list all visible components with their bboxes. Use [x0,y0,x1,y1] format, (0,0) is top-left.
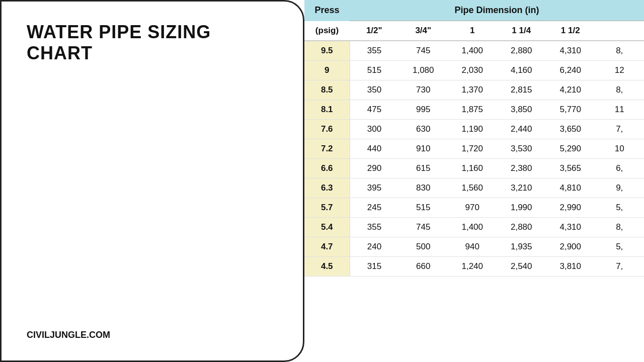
value-cell: 5,770 [546,100,595,120]
value-cell: 830 [399,178,448,198]
press-cell: 7.2 [304,139,350,159]
table-row: 8.14759951,8753,8505,77011 [304,100,644,120]
table-row: 5.72455159701,9902,9905, [304,198,644,218]
value-cell: 970 [448,198,497,218]
table-row: 7.63006301,1902,4403,6507, [304,120,644,139]
value-cell: 9, [595,178,645,198]
press-cell: 8.1 [304,100,350,120]
table-row: 4.53156601,2402,5403,8107, [304,257,644,277]
table-row: 4.72405009401,9352,9005, [304,237,644,257]
press-header: Press [304,0,350,21]
value-cell: 6,240 [546,61,595,80]
table-row: 9.53557451,4002,8804,3108, [304,41,644,61]
col-3q-header: 3/4" [399,21,448,41]
value-cell: 245 [350,198,399,218]
table-row: 5.43557451,4002,8804,3108, [304,218,644,237]
press-cell: 4.5 [304,257,350,277]
value-cell: 910 [399,139,448,159]
col-half-header: 1/2" [350,21,399,41]
value-cell: 475 [350,100,399,120]
value-cell: 1,400 [448,41,497,61]
value-cell: 2,030 [448,61,497,80]
value-cell: 12 [595,61,645,80]
value-cell: 355 [350,218,399,237]
value-cell: 240 [350,237,399,257]
value-cell: 7, [595,257,645,277]
value-cell: 5,290 [546,139,595,159]
col-1-header: 1 [448,21,497,41]
value-cell: 630 [399,120,448,139]
value-cell: 3,530 [497,139,546,159]
value-cell: 1,080 [399,61,448,80]
value-cell: 11 [595,100,645,120]
press-cell: 9 [304,61,350,80]
value-cell: 5, [595,198,645,218]
value-cell: 350 [350,80,399,100]
value-cell: 1,990 [497,198,546,218]
value-cell: 3,810 [546,257,595,277]
col-1q-header: 1 1/4 [497,21,546,41]
table-row: 6.33958301,5603,2104,8109, [304,178,644,198]
value-cell: 2,990 [546,198,595,218]
value-cell: 1,560 [448,178,497,198]
value-cell: 940 [448,237,497,257]
value-cell: 515 [399,198,448,218]
press-cell: 7.6 [304,120,350,139]
table-row: 6.62906151,1602,3803,5656, [304,159,644,178]
value-cell: 515 [350,61,399,80]
right-panel: Press Pipe Dimension (in) (psig) 1/2" 3/… [304,0,644,362]
value-cell: 395 [350,178,399,198]
table-row: 7.24409101,7203,5305,29010 [304,139,644,159]
pipe-sizing-table: Press Pipe Dimension (in) (psig) 1/2" 3/… [304,0,644,277]
sub-header-row: (psig) 1/2" 3/4" 1 1 1/4 1 1/2 [304,21,644,41]
value-cell: 440 [350,139,399,159]
chart-title: WATER PIPE SIZING CHART [27,22,278,64]
table-body: 9.53557451,4002,8804,3108,95151,0802,030… [304,41,644,277]
value-cell: 4,310 [546,218,595,237]
press-cell: 8.5 [304,80,350,100]
value-cell: 300 [350,120,399,139]
value-cell: 4,810 [546,178,595,198]
press-cell: 4.7 [304,237,350,257]
value-cell: 3,210 [497,178,546,198]
value-cell: 3,650 [546,120,595,139]
press-cell: 5.4 [304,218,350,237]
press-cell: 9.5 [304,41,350,61]
value-cell: 745 [399,41,448,61]
value-cell: 1,370 [448,80,497,100]
press-cell: 5.7 [304,198,350,218]
value-cell: 995 [399,100,448,120]
value-cell: 2,815 [497,80,546,100]
value-cell: 745 [399,218,448,237]
press-cell: 6.6 [304,159,350,178]
value-cell: 1,190 [448,120,497,139]
value-cell: 8, [595,218,645,237]
value-cell: 1,240 [448,257,497,277]
value-cell: 2,880 [497,218,546,237]
value-cell: 4,210 [546,80,595,100]
col-extra-header [595,21,645,41]
value-cell: 1,935 [497,237,546,257]
value-cell: 3,850 [497,100,546,120]
value-cell: 290 [350,159,399,178]
value-cell: 2,900 [546,237,595,257]
left-panel: WATER PIPE SIZING CHART CIVILJUNGLE.COM [0,0,304,362]
value-cell: 2,380 [497,159,546,178]
value-cell: 1,720 [448,139,497,159]
value-cell: 10 [595,139,645,159]
value-cell: 615 [399,159,448,178]
col-1h-header: 1 1/2 [546,21,595,41]
value-cell: 8, [595,41,645,61]
value-cell: 660 [399,257,448,277]
value-cell: 355 [350,41,399,61]
press-unit-header: (psig) [304,21,350,41]
pipe-dimension-header: Pipe Dimension (in) [350,0,644,21]
value-cell: 1,160 [448,159,497,178]
value-cell: 2,440 [497,120,546,139]
table-row: 95151,0802,0304,1606,24012 [304,61,644,80]
value-cell: 1,400 [448,218,497,237]
value-cell: 2,880 [497,41,546,61]
press-cell: 6.3 [304,178,350,198]
value-cell: 4,310 [546,41,595,61]
value-cell: 3,565 [546,159,595,178]
